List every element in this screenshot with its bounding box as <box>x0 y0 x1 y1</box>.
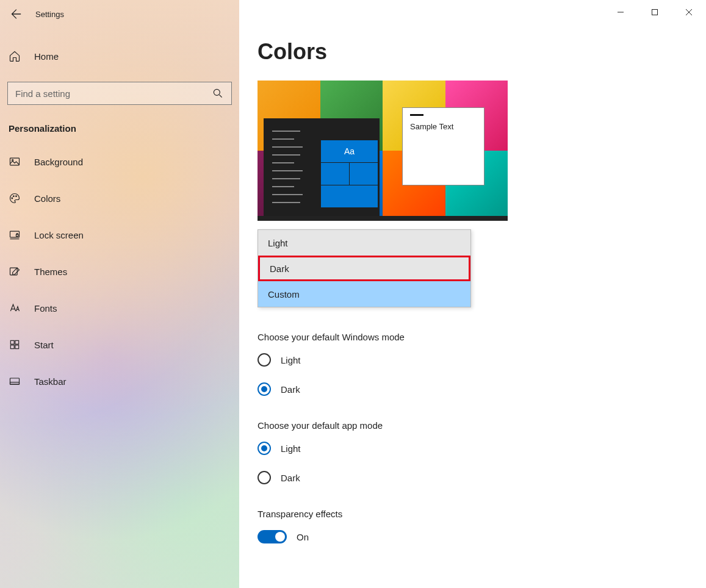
sidebar-item-label: Fonts <box>34 303 57 314</box>
picture-icon <box>9 156 21 168</box>
palette-icon <box>9 192 21 204</box>
radio-icon <box>258 471 271 484</box>
windows-mode-title: Choose your default Windows mode <box>258 332 706 342</box>
main-content: Colors Aa <box>239 0 706 588</box>
svg-rect-12 <box>15 345 19 349</box>
app-title: Settings <box>35 10 64 19</box>
app-mode-title: Choose your default app mode <box>258 420 706 431</box>
svg-point-4 <box>13 196 15 197</box>
sidebar-item-themes[interactable]: Themes <box>0 257 239 286</box>
app-mode-light[interactable]: Light <box>258 442 706 455</box>
dropdown-option-light[interactable]: Light <box>258 230 470 256</box>
close-button[interactable] <box>672 0 706 24</box>
transparency-state-label: On <box>297 532 309 542</box>
svg-point-2 <box>12 159 13 160</box>
radio-icon <box>258 442 271 455</box>
lockscreen-icon <box>9 229 21 241</box>
search-input[interactable] <box>7 82 232 105</box>
themes-icon <box>9 265 21 278</box>
dropdown-option-custom[interactable]: Custom <box>258 281 470 307</box>
start-icon <box>9 339 21 351</box>
search-icon <box>212 87 224 99</box>
maximize-button[interactable] <box>638 0 672 24</box>
arrow-left-icon <box>9 7 22 21</box>
radio-icon <box>258 353 271 367</box>
svg-rect-1 <box>10 158 20 165</box>
preview-startmenu: Aa <box>264 118 380 216</box>
sidebar-item-label: Start <box>34 340 54 350</box>
fonts-icon <box>9 302 21 314</box>
preview-sample-text: Sample Text <box>410 122 477 131</box>
radio-label: Light <box>281 443 301 454</box>
color-preview: Aa Sample Text <box>258 81 508 221</box>
svg-rect-10 <box>15 340 19 344</box>
svg-rect-15 <box>652 10 658 15</box>
svg-rect-13 <box>10 378 20 384</box>
sidebar-item-label: Colors <box>34 193 60 204</box>
windows-mode-dark[interactable]: Dark <box>258 382 706 396</box>
radio-icon <box>258 382 271 396</box>
radio-label: Light <box>281 355 301 365</box>
radio-label: Dark <box>281 473 300 483</box>
transparency-title: Transparency effects <box>258 509 706 519</box>
sidebar-item-label: Background <box>34 157 83 167</box>
minimize-button[interactable] <box>603 0 638 24</box>
app-mode-dark[interactable]: Dark <box>258 471 706 484</box>
sidebar-item-start[interactable]: Start <box>0 330 239 359</box>
svg-point-5 <box>16 196 17 197</box>
sidebar-item-lockscreen[interactable]: Lock screen <box>0 220 239 249</box>
home-icon <box>9 50 21 62</box>
sidebar-item-label: Themes <box>34 267 67 277</box>
svg-rect-7 <box>16 234 18 236</box>
svg-point-3 <box>12 198 13 199</box>
preview-taskbar <box>258 216 508 221</box>
dropdown-option-dark[interactable]: Dark <box>258 256 470 281</box>
sidebar: Settings Home Personalization Background… <box>0 0 239 588</box>
sidebar-section-title: Personalization <box>9 123 239 134</box>
search-field[interactable] <box>15 88 212 99</box>
radio-label: Dark <box>281 384 300 395</box>
sidebar-item-fonts[interactable]: Fonts <box>0 293 239 323</box>
home-label: Home <box>34 51 59 62</box>
window-controls <box>603 0 706 24</box>
svg-rect-11 <box>10 345 14 349</box>
sidebar-item-background[interactable]: Background <box>0 147 239 176</box>
sidebar-item-taskbar[interactable]: Taskbar <box>0 367 239 396</box>
sidebar-item-label: Taskbar <box>34 376 67 387</box>
preview-sample-window: Sample Text <box>402 107 484 185</box>
back-button[interactable] <box>9 7 22 21</box>
sidebar-item-colors[interactable]: Colors <box>0 184 239 213</box>
choose-color-dropdown[interactable]: Light Dark Custom <box>258 229 471 307</box>
page-title: Colors <box>258 39 706 65</box>
sidebar-nav: Background Colors Lock screen Themes Fon… <box>0 147 239 396</box>
windows-mode-light[interactable]: Light <box>258 353 706 367</box>
transparency-toggle[interactable] <box>258 530 287 543</box>
svg-rect-14 <box>10 382 20 384</box>
preview-tile-aa: Aa <box>321 140 378 162</box>
svg-point-0 <box>214 89 220 95</box>
sidebar-item-label: Lock screen <box>34 230 84 240</box>
taskbar-icon <box>9 375 21 387</box>
svg-rect-9 <box>10 340 14 344</box>
sidebar-item-home[interactable]: Home <box>0 41 239 71</box>
